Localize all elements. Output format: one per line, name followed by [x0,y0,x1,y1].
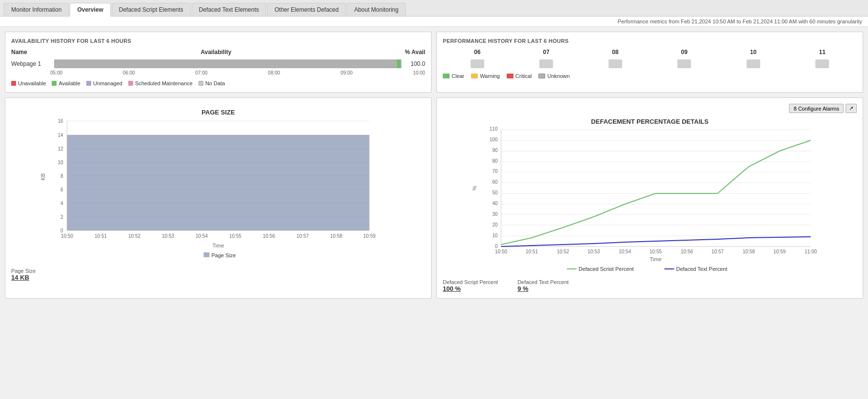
time-label-4: 09:00 [340,70,353,76]
legend-unavailable-label: Unavailable [18,80,46,86]
svg-text:40: 40 [492,201,498,206]
perf-legend: Clear Warning Critical Unknown [443,73,857,79]
perf-legend-critical-box [507,74,513,78]
availability-title: AVAILABILITY HISTORY FOR LAST 6 HOURS [11,38,425,44]
svg-text:80: 80 [492,158,498,164]
perf-col-10: 10 [750,49,756,56]
svg-text:Time: Time [650,256,661,262]
perf-legend-unknown-box [538,74,545,78]
defacement-chart: DEFACEMENT PERCENTAGE DETAILS 0 10 20 [443,115,857,271]
perf-icon-07 [539,59,553,68]
page-size-chart-title: PAGE SIZE [201,109,235,116]
avail-col-name: Name [11,49,27,56]
svg-text:110: 110 [490,126,498,132]
tab-defaced-text-elements[interactable]: Defaced Text Elements [192,3,266,16]
legend-unmanaged-dot [86,81,91,86]
perf-legend-warning: Warning [471,73,500,79]
page-size-stat-value: 14 KB [11,274,36,281]
avail-bar-gray [54,59,397,68]
page-size-stats: Page Size 14 KB [11,265,425,281]
legend-scheduled-maintenance: Scheduled Maintenance [128,80,193,86]
legend-unavailable-dot [11,81,16,86]
time-label-2: 07:00 [196,70,208,76]
tab-monitor-information[interactable]: Monitor Information [4,3,69,16]
svg-text:12: 12 [58,146,63,152]
defaced-text-label: Defaced Text Percent [517,279,569,285]
export-button[interactable]: ↗ [846,104,857,113]
avail-col-pct: % Avail [405,49,425,56]
svg-text:10:58: 10:58 [330,233,342,239]
legend-available-dot [52,81,57,86]
configure-alarms-bar: 8 Configure Alarms ↗ [443,104,857,113]
svg-text:%: % [472,186,477,190]
svg-text:10:50: 10:50 [61,233,73,239]
configure-alarms-button[interactable]: 8 Configure Alarms [789,104,844,113]
time-label-1: 06:00 [123,70,135,76]
tab-defaced-script-elements[interactable]: Defaced Script Elements [112,3,191,16]
legend-no-data: No Data [198,80,225,86]
svg-text:50: 50 [492,190,498,195]
svg-text:30: 30 [492,211,498,217]
svg-text:10:53: 10:53 [162,233,174,239]
perf-metrics-text: Performance metrics from Feb 21,2024 10:… [618,19,862,24]
svg-text:10:57: 10:57 [711,249,724,254]
perf-legend-clear-box [443,74,450,78]
avail-row-name: Webpage 1 [11,60,50,67]
perf-legend-unknown-label: Unknown [547,73,570,79]
svg-text:0: 0 [495,244,498,249]
svg-text:10:52: 10:52 [128,233,140,239]
svg-text:20: 20 [492,222,498,228]
svg-text:10: 10 [58,160,63,165]
perf-col-labels: 06 07 08 09 10 11 [443,49,857,56]
svg-text:10:56: 10:56 [681,249,693,254]
perf-icons-row [443,59,857,68]
tab-about-monitoring[interactable]: About Monitoring [347,3,406,16]
svg-text:10:56: 10:56 [263,233,275,239]
svg-text:10:58: 10:58 [743,249,755,254]
legend-no-data-label: No Data [205,80,225,86]
page-size-panel: PAGE SIZE 0 2 4 6 8 10 12 [5,97,432,299]
svg-text:10:51: 10:51 [95,233,107,239]
defacement-panel: 8 Configure Alarms ↗ DEFACEMENT PERCENTA… [436,97,863,299]
svg-text:Page Size: Page Size [212,252,236,258]
page-size-chart: PAGE SIZE 0 2 4 6 8 10 12 [11,104,425,260]
defaced-text-line [501,237,811,247]
svg-text:Defaced Script Percent: Defaced Script Percent [579,266,634,271]
perf-legend-warning-label: Warning [480,73,500,79]
tab-other-elements-defaced[interactable]: Other Elements Defaced [267,3,346,16]
perf-icon-10 [747,59,760,68]
tab-overview[interactable]: Overview [70,3,110,17]
avail-bar-bg [54,59,402,68]
legend-unmanaged: Unmanaged [86,80,122,86]
perf-icon-09 [677,59,691,68]
legend-available-label: Available [59,80,80,86]
svg-text:KB: KB [40,173,46,181]
avail-col-availability: Availability [27,49,405,56]
performance-title: PERFORMANCE HISTORY FOR LAST 6 HOURS [443,38,857,44]
perf-col-06: 06 [474,49,480,56]
defaced-text-value: 9 % [517,285,569,292]
svg-text:11:00: 11:00 [805,249,817,254]
legend-no-data-dot [198,81,203,86]
perf-legend-unknown: Unknown [538,73,570,79]
legend-unavailable: Unavailable [11,80,46,86]
avail-bar-container [54,59,402,68]
time-label-5: 10:00 [413,70,425,76]
availability-panel: AVAILABILITY HISTORY FOR LAST 6 HOURS Na… [5,32,432,93]
defaced-script-label: Defaced Script Percent [443,279,498,285]
main-content: AVAILABILITY HISTORY FOR LAST 6 HOURS Na… [0,27,868,304]
svg-text:2: 2 [60,214,63,220]
svg-text:Defaced Text Percent: Defaced Text Percent [676,266,728,271]
page-size-area [67,135,370,230]
perf-icon-08 [609,59,622,68]
svg-text:10:50: 10:50 [495,249,507,254]
svg-rect-31 [204,252,210,257]
avail-time-labels: 05:00 06:00 07:00 08:00 09:00 10:00 [11,70,425,76]
availability-header: Name Availability % Avail [11,49,425,56]
avail-bar-fill [397,59,401,68]
tab-bar: Monitor Information Overview Defaced Scr… [0,0,868,17]
avail-row-webpage1: Webpage 1 100.0 [11,59,425,68]
perf-legend-clear-label: Clear [452,73,464,79]
perf-col-08: 08 [612,49,618,56]
page-size-stat-label: Page Size [11,268,36,274]
